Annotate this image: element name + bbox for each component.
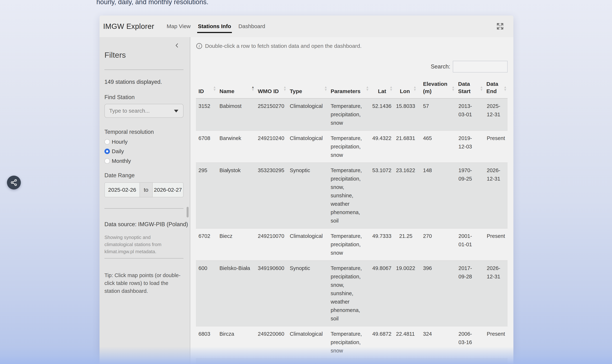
table-row[interactable]: 3152Babimost252150270ClimatologicalTempe…	[196, 98, 508, 130]
cell-lat: 49.8067	[370, 260, 393, 326]
radio-daily[interactable]: Daily	[104, 147, 124, 155]
cell-lon: 21.25	[393, 228, 417, 260]
cell-lat: 50.8997	[370, 358, 393, 364]
column-header-data-end[interactable]: Data End ▲▼	[484, 77, 508, 98]
cell-wmo-id: 353230295	[255, 163, 287, 228]
cell-parameters: Temperature, precipitation, snow, sunshi…	[328, 163, 370, 228]
cell-parameters: Temperature, precipitation, snow	[328, 130, 370, 163]
cell-parameters: Temperature, precipitation, snow	[328, 228, 370, 260]
sort-icon: ▲▼	[366, 86, 369, 91]
date-from-input[interactable]	[105, 183, 140, 197]
cell-id: 6708	[196, 130, 217, 163]
divider	[104, 70, 183, 70]
cell-lon: 19.0022	[393, 260, 417, 326]
date-range-group: to	[104, 182, 183, 197]
cell-name: Białystok	[217, 163, 255, 228]
app-header: IMGW Explorer Map View Stations Info Das…	[100, 15, 513, 37]
fullscreen-button[interactable]	[496, 22, 504, 30]
column-header-elevation[interactable]: Elevation (m) ▲▼	[417, 77, 456, 98]
app-card: IMGW Explorer Map View Stations Info Das…	[100, 15, 513, 364]
cell-data-start: 2019-12-03	[456, 130, 484, 163]
radio-circle-icon	[104, 158, 110, 164]
cell-data-end: 2025-12-31	[484, 98, 508, 130]
caret-down-icon	[174, 110, 178, 112]
cell-data-end: 2025-12-31	[484, 358, 508, 364]
cell-parameters: Temperature, precipitation, snow	[328, 326, 370, 358]
table-row[interactable]: 6708Barwinek249210240ClimatologicalTempe…	[196, 130, 508, 163]
table-body: 3152Babimost252150270ClimatologicalTempe…	[196, 98, 508, 364]
filters-sidebar: Filters 149 stations displayed. Find Sta…	[100, 37, 190, 364]
table-search: Search:	[431, 61, 508, 72]
cell-wmo-id: 250140030	[255, 358, 287, 364]
column-header-data-start[interactable]: Data Start ▲▼	[456, 77, 484, 98]
sidebar-collapse-button[interactable]	[174, 42, 180, 49]
cell-id: 600	[196, 260, 217, 326]
find-station-select[interactable]: Type to search...	[104, 104, 183, 118]
table-row[interactable]: 6803Bircza249220060ClimatologicalTempera…	[196, 326, 508, 358]
cell-id: 5001	[196, 358, 217, 364]
sidebar-scrollbar-thumb[interactable]	[187, 207, 189, 217]
radio-hourly[interactable]: Hourly	[104, 138, 128, 146]
column-header-type[interactable]: Type ▲▼	[287, 77, 328, 98]
radio-hourly-label: Hourly	[112, 139, 128, 145]
cell-id: 295	[196, 163, 217, 228]
cell-name: Biecz	[217, 228, 255, 260]
screen: hourly, daily, and monthly resolutions. …	[0, 0, 612, 364]
column-header-wmo-id[interactable]: WMO ID ▲▼	[255, 77, 287, 98]
column-header-lat[interactable]: Lat ▲▼	[370, 77, 393, 98]
column-header-name[interactable]: Name ▲▼	[217, 77, 255, 98]
column-header-id[interactable]: ID ▲▼	[196, 77, 217, 98]
table-row[interactable]: 6702Biecz249210070ClimatologicalTemperat…	[196, 228, 508, 260]
cell-lon: 23.1622	[393, 163, 417, 228]
date-to-input[interactable]	[153, 183, 183, 197]
cell-lat: 49.4322	[370, 130, 393, 163]
share-button[interactable]	[7, 176, 21, 190]
cell-name: Bogatynia	[217, 358, 255, 364]
radio-monthly[interactable]: Monthly	[104, 157, 131, 165]
column-header-lon[interactable]: Lon ▲▼	[393, 77, 417, 98]
cell-name: Barwinek	[217, 130, 255, 163]
cell-lon: 15.8033	[393, 98, 417, 130]
radio-monthly-label: Monthly	[112, 158, 131, 164]
info-banner-text: Double-click a row to fetch station data…	[205, 43, 362, 49]
cell-elevation: 290	[417, 358, 456, 364]
tab-dashboard[interactable]: Dashboard	[238, 23, 266, 29]
find-station-label: Find Station	[104, 94, 135, 101]
table-row[interactable]: 295Białystok353230295SynopticTemperature…	[196, 163, 508, 228]
cell-data-end: 2026-12-31	[484, 260, 508, 326]
sort-icon: ▲▼	[413, 86, 417, 91]
cell-lat: 49.7333	[370, 228, 393, 260]
sort-icon: ▲▼	[324, 86, 327, 91]
cell-data-end: 2026-12-31	[484, 163, 508, 228]
data-source-title: Data source: IMGW-PIB (Poland)	[104, 221, 188, 228]
app-body: Filters 149 stations displayed. Find Sta…	[100, 37, 513, 364]
search-input[interactable]	[453, 61, 508, 72]
table-row[interactable]: 5001Bogatynia250140030ClimatologicalTemp…	[196, 358, 508, 364]
chevron-left-icon	[174, 46, 180, 49]
cell-type: Climatological	[287, 326, 328, 358]
cell-elevation: 270	[417, 228, 456, 260]
tab-bar: Map View Stations Info Dashboard	[160, 23, 266, 29]
column-header-parameters[interactable]: Parameters ▲▼	[328, 77, 370, 98]
search-label: Search:	[431, 63, 450, 70]
tab-map-view[interactable]: Map View	[166, 23, 191, 29]
app-title: IMGW Explorer	[103, 22, 154, 30]
cell-type: Climatological	[287, 130, 328, 163]
cell-data-start: 2006-03-16	[456, 326, 484, 358]
cell-lat: 49.6872	[370, 326, 393, 358]
cell-wmo-id: 249210070	[255, 228, 287, 260]
cell-elevation: 396	[417, 260, 456, 326]
cell-name: Bircza	[217, 326, 255, 358]
sort-icon: ▲▼	[283, 86, 286, 91]
table-row[interactable]: 600Bielsko-Biała349190600SynopticTempera…	[196, 260, 508, 326]
tab-stations-info[interactable]: Stations Info	[197, 23, 232, 29]
temporal-resolution-label: Temporal resolution	[104, 129, 154, 135]
stations-count: 149 stations displayed.	[104, 79, 162, 85]
sort-icon: ▲▼	[213, 86, 216, 91]
cell-type: Synoptic	[287, 260, 328, 326]
cell-data-start: 2017-09-28	[456, 260, 484, 326]
info-icon: i	[196, 43, 202, 49]
sort-icon: ▲▼	[504, 86, 507, 91]
page-intro-text: hourly, daily, and monthly resolutions.	[96, 0, 208, 6]
cell-data-start: 1970-09-25	[456, 163, 484, 228]
